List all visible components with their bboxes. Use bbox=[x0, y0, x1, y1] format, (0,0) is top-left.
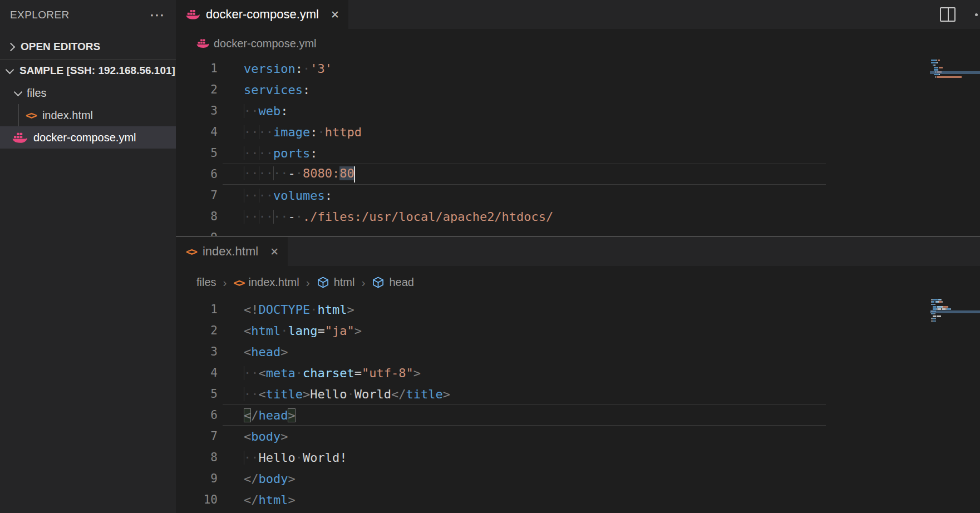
tab-docker-compose[interactable]: docker-compose.yml ✕ bbox=[176, 0, 348, 29]
folder-label: files bbox=[27, 87, 47, 100]
line-number[interactable]: 8 bbox=[176, 451, 244, 464]
token: </ bbox=[244, 472, 259, 486]
section-open-editors[interactable]: OPEN EDITORS bbox=[0, 36, 176, 58]
code-line[interactable]: 8··Hello·World! bbox=[176, 447, 980, 468]
chevron-right-icon bbox=[7, 42, 16, 51]
close-icon[interactable]: ✕ bbox=[331, 8, 339, 21]
token: "utf-8" bbox=[362, 366, 413, 380]
token: ·· bbox=[244, 366, 259, 380]
token: = bbox=[317, 324, 324, 338]
token: · bbox=[317, 125, 324, 139]
code-line[interactable]: 8······-·./files:/usr/local/apache2/htdo… bbox=[176, 206, 980, 227]
file-index-html[interactable]: <> index.html bbox=[0, 104, 176, 126]
line-number[interactable]: 1 bbox=[176, 303, 244, 316]
more-actions-icon[interactable]: ⋯ bbox=[150, 8, 165, 23]
token: services bbox=[244, 83, 303, 97]
split-editor-icon[interactable] bbox=[940, 7, 956, 22]
token: volumes bbox=[273, 189, 325, 203]
token: DOCTYPE bbox=[259, 303, 311, 317]
code-line[interactable]: 7<body> bbox=[176, 426, 980, 447]
code-text: ··<title>Hello·World</title> bbox=[244, 387, 450, 401]
line-number[interactable]: 3 bbox=[176, 345, 244, 358]
breadcrumb-separator: › bbox=[361, 276, 365, 289]
token: image bbox=[273, 125, 310, 139]
line-number[interactable]: 2 bbox=[176, 83, 244, 96]
close-icon[interactable]: ✕ bbox=[270, 245, 279, 258]
token: charset bbox=[303, 366, 354, 380]
chevron-down-icon bbox=[14, 87, 23, 96]
breadcrumb-item-html[interactable]: html bbox=[317, 276, 355, 289]
token: web bbox=[259, 104, 281, 118]
minimap-line bbox=[931, 78, 980, 81]
minimap-line bbox=[931, 320, 980, 323]
line-number[interactable]: 9 bbox=[176, 231, 244, 236]
token: < bbox=[244, 408, 251, 422]
line-number[interactable]: 4 bbox=[176, 125, 244, 139]
code-line[interactable]: 5····ports: bbox=[176, 142, 980, 164]
editor-group-index: <> index.html ✕ files › <> index.html › … bbox=[176, 236, 980, 513]
line-number[interactable]: 1 bbox=[176, 62, 244, 75]
indent-guide bbox=[18, 104, 19, 126]
folder-files[interactable]: files bbox=[0, 82, 176, 104]
line-number[interactable]: 2 bbox=[176, 324, 244, 337]
breadcrumb-item-folder[interactable]: files bbox=[196, 276, 216, 289]
editor-actions-more-icon[interactable] bbox=[975, 13, 978, 16]
code-line[interactable]: 4····image:·httpd bbox=[176, 121, 980, 142]
breadcrumb-label: docker-compose.yml bbox=[214, 37, 317, 50]
code-text: ······-·./files:/usr/local/apache2/htdoc… bbox=[244, 210, 553, 224]
code-line[interactable]: 7····volumes: bbox=[176, 185, 980, 206]
code-line[interactable]: 2<html·lang="ja"> bbox=[176, 320, 980, 341]
code-line[interactable]: 6······-·8080:80 bbox=[176, 164, 980, 185]
editor-index-html[interactable]: 1<!DOCTYPE·html>2<html·lang="ja">3<head>… bbox=[176, 299, 980, 513]
token: > bbox=[288, 472, 295, 486]
token: > bbox=[347, 303, 354, 317]
code-text: ··<meta·charset="utf-8"> bbox=[244, 366, 421, 380]
code-line[interactable]: 6</head> bbox=[176, 405, 980, 426]
tab-index-html[interactable]: <> index.html ✕ bbox=[176, 237, 288, 266]
line-number[interactable]: 4 bbox=[176, 366, 244, 379]
token: - bbox=[288, 210, 296, 224]
workspace-label: SAMPLE [SSH: 192.168.56.101] bbox=[19, 65, 175, 77]
line-number[interactable]: 9 bbox=[176, 472, 244, 485]
code-text: </body> bbox=[244, 472, 296, 486]
code-line[interactable]: 10</html> bbox=[176, 489, 980, 510]
tabbar: <> index.html ✕ bbox=[176, 237, 980, 266]
editor-docker-compose[interactable]: 1version:·'3'2services:3··web:4····image… bbox=[176, 58, 980, 236]
line-number[interactable]: 8 bbox=[176, 210, 244, 223]
file-docker-compose[interactable]: docker-compose.yml bbox=[0, 126, 176, 149]
line-number[interactable]: 6 bbox=[176, 167, 244, 181]
line-number[interactable]: 7 bbox=[176, 189, 244, 202]
code-line[interactable]: 9</body> bbox=[176, 468, 980, 489]
code-line[interactable]: 9 bbox=[176, 227, 980, 236]
code-text: <head> bbox=[244, 345, 288, 359]
code-text: ······-·8080:80 bbox=[244, 166, 355, 182]
token: < bbox=[244, 345, 251, 359]
code-text: ····volumes: bbox=[244, 189, 332, 203]
line-number[interactable]: 7 bbox=[176, 430, 244, 443]
line-number[interactable]: 3 bbox=[176, 104, 244, 117]
token: · bbox=[347, 387, 354, 401]
code-line[interactable]: 3··web: bbox=[176, 100, 980, 121]
editor-group-docker: docker-compose.yml ✕ docker-compose.yml … bbox=[176, 0, 980, 236]
code-line[interactable]: 1version:·'3' bbox=[176, 58, 980, 79]
token: ·· bbox=[244, 451, 259, 465]
section-workspace[interactable]: SAMPLE [SSH: 192.168.56.101] bbox=[0, 60, 176, 82]
code-line[interactable]: 1<!DOCTYPE·html> bbox=[176, 299, 980, 320]
code-line[interactable]: 5··<title>Hello·World</title> bbox=[176, 383, 980, 405]
code-line[interactable]: 4··<meta·charset="utf-8"> bbox=[176, 362, 980, 383]
minimap[interactable] bbox=[931, 60, 980, 81]
line-number[interactable]: 6 bbox=[176, 408, 244, 422]
breadcrumb-item-file[interactable]: docker-compose.yml bbox=[196, 37, 317, 50]
token: < bbox=[259, 366, 266, 380]
line-number[interactable]: 5 bbox=[176, 387, 244, 401]
line-number[interactable]: 10 bbox=[176, 493, 244, 506]
html-file-icon: <> bbox=[234, 277, 244, 289]
code-line[interactable]: 3<head> bbox=[176, 341, 980, 362]
explorer-sidebar: EXPLORER ⋯ OPEN EDITORS SAMPLE [SSH: 192… bbox=[0, 0, 176, 513]
code-line[interactable]: 2services: bbox=[176, 79, 980, 100]
breadcrumb-item-head[interactable]: head bbox=[372, 276, 414, 289]
line-number[interactable]: 5 bbox=[176, 146, 244, 160]
token: ·· bbox=[244, 125, 259, 139]
minimap[interactable] bbox=[931, 299, 980, 323]
breadcrumb-item-file[interactable]: <> index.html bbox=[234, 276, 299, 289]
